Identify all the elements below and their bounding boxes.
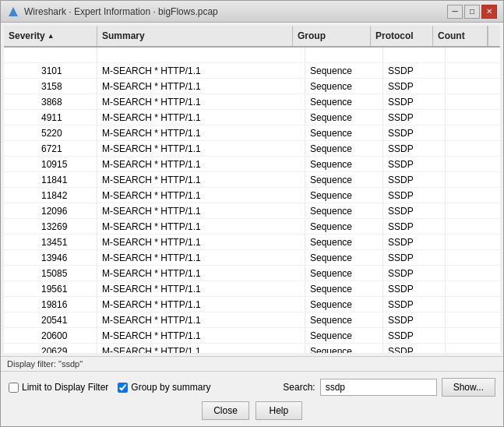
status-bar: Display filter: "ssdp" xyxy=(1,356,503,371)
cell-protocol: SSDP xyxy=(383,157,446,171)
cell-count xyxy=(446,344,500,353)
table-row[interactable]: 10915 M-SEARCH * HTTP/1.1 Sequence SSDP xyxy=(4,157,500,172)
search-input[interactable] xyxy=(320,379,437,396)
cell-summary: M-SEARCH * HTTP/1.1 xyxy=(97,312,305,327)
row-number: 3868 xyxy=(23,97,62,108)
table-row[interactable]: 3868 M-SEARCH * HTTP/1.1 Sequence SSDP xyxy=(4,94,500,110)
bottom-buttons-row: Close Help xyxy=(9,401,495,420)
limit-filter-checkbox[interactable] xyxy=(9,383,19,393)
limit-filter-label[interactable]: Limit to Display Filter xyxy=(9,382,108,393)
filter-status: Display filter: "ssdp" xyxy=(7,359,83,369)
column-header-group[interactable]: Group xyxy=(293,26,371,46)
cell-count xyxy=(446,250,500,265)
cell-group: Sequence xyxy=(305,266,383,281)
cell-severity: 15085 xyxy=(4,266,97,281)
cell-protocol: SSDP xyxy=(383,250,446,265)
cell-protocol: SSDP xyxy=(383,219,446,234)
cell-count xyxy=(446,328,500,343)
close-button[interactable]: Close xyxy=(202,401,249,420)
cell-protocol: SSDP xyxy=(383,312,446,327)
window-title: Wireshark · Expert Information · bigFlow… xyxy=(24,6,218,17)
cell-protocol: SSDP xyxy=(383,203,446,218)
group-summary-checkbox[interactable] xyxy=(118,383,128,393)
cell-group: Sequence xyxy=(305,110,383,125)
table-body[interactable]: ▼Chat M-SEARCH * HTTP/1.1\r\n Sequence S… xyxy=(4,48,500,353)
cell-group: Sequence xyxy=(305,48,383,62)
cell-severity: 12096 xyxy=(4,203,97,218)
cell-count xyxy=(446,79,500,94)
table-row[interactable]: 6721 M-SEARCH * HTTP/1.1 Sequence SSDP xyxy=(4,141,500,157)
cell-summary: M-SEARCH * HTTP/1.1 xyxy=(97,328,305,343)
table-row[interactable]: ▼Chat M-SEARCH * HTTP/1.1\r\n Sequence S… xyxy=(4,48,500,63)
row-number: 12096 xyxy=(23,206,67,217)
row-number: 13451 xyxy=(23,237,67,248)
column-header-severity[interactable]: Severity ▲ xyxy=(4,26,97,46)
cell-protocol: SSDP xyxy=(383,63,446,78)
table-row[interactable]: 3158 M-SEARCH * HTTP/1.1 Sequence SSDP xyxy=(4,79,500,94)
maximize-button[interactable]: □ xyxy=(464,5,480,19)
group-summary-label[interactable]: Group by summary xyxy=(118,382,210,393)
row-number: 3101 xyxy=(23,65,62,76)
search-group: Search: Show... xyxy=(283,378,495,397)
cell-summary: M-SEARCH * HTTP/1.1 xyxy=(97,235,305,249)
title-bar-left: Wireshark · Expert Information · bigFlow… xyxy=(7,5,218,18)
cell-summary: M-SEARCH * HTTP/1.1 xyxy=(97,125,305,140)
cell-count xyxy=(446,281,500,296)
cell-group: Sequence xyxy=(305,94,383,109)
cell-group: Sequence xyxy=(305,172,383,187)
cell-severity: 13946 xyxy=(4,250,97,265)
table-row[interactable]: 19561 M-SEARCH * HTTP/1.1 Sequence SSDP xyxy=(4,281,500,297)
row-number: 11842 xyxy=(23,190,67,201)
minimize-button[interactable]: ─ xyxy=(447,5,463,19)
cell-count xyxy=(446,63,500,78)
search-label: Search: xyxy=(283,382,315,393)
cell-group: Sequence xyxy=(305,141,383,156)
main-window: Wireshark · Expert Information · bigFlow… xyxy=(0,0,504,427)
expand-icon: ▼ xyxy=(7,51,15,59)
table-row[interactable]: 12096 M-SEARCH * HTTP/1.1 Sequence SSDP xyxy=(4,203,500,219)
cell-severity: 20600 xyxy=(4,328,97,343)
show-button[interactable]: Show... xyxy=(442,378,495,397)
cell-protocol: SSDP xyxy=(383,188,446,203)
table-row[interactable]: 15085 M-SEARCH * HTTP/1.1 Sequence SSDP xyxy=(4,266,500,281)
cell-group: Sequence xyxy=(305,125,383,140)
table-row[interactable]: 11842 M-SEARCH * HTTP/1.1 Sequence SSDP xyxy=(4,188,500,203)
cell-group: Sequence xyxy=(305,157,383,171)
close-window-button[interactable]: ✕ xyxy=(481,5,497,19)
table-row[interactable]: 13269 M-SEARCH * HTTP/1.1 Sequence SSDP xyxy=(4,219,500,235)
row-number: 15085 xyxy=(23,268,67,279)
table-row[interactable]: 5220 M-SEARCH * HTTP/1.1 Sequence SSDP xyxy=(4,125,500,141)
cell-group: Sequence xyxy=(305,344,383,353)
cell-protocol: SSDP xyxy=(383,94,446,109)
cell-severity: ▼Chat xyxy=(4,48,97,62)
column-header-count[interactable]: Count xyxy=(433,26,488,46)
table-row[interactable]: 20629 M-SEARCH * HTTP/1.1 Sequence SSDP xyxy=(4,344,500,353)
help-button[interactable]: Help xyxy=(256,401,302,420)
table-row[interactable]: 19816 M-SEARCH * HTTP/1.1 Sequence SSDP xyxy=(4,297,500,312)
table-row[interactable]: 20541 M-SEARCH * HTTP/1.1 Sequence SSDP xyxy=(4,312,500,328)
cell-summary: M-SEARCH * HTTP/1.1 xyxy=(97,250,305,265)
table-row[interactable]: 11841 M-SEARCH * HTTP/1.1 Sequence SSDP xyxy=(4,172,500,188)
cell-count xyxy=(446,235,500,249)
table-row[interactable]: 13451 M-SEARCH * HTTP/1.1 Sequence SSDP xyxy=(4,235,500,250)
cell-severity: 4911 xyxy=(4,110,97,125)
cell-summary: M-SEARCH * HTTP/1.1 xyxy=(97,344,305,353)
cell-summary: M-SEARCH * HTTP/1.1 xyxy=(97,219,305,234)
table-row[interactable]: 13946 M-SEARCH * HTTP/1.1 Sequence SSDP xyxy=(4,250,500,266)
table-row[interactable]: 3101 M-SEARCH * HTTP/1.1 Sequence SSDP xyxy=(4,63,500,79)
svg-marker-0 xyxy=(9,7,18,16)
column-header-protocol[interactable]: Protocol xyxy=(371,26,433,46)
cell-count xyxy=(446,125,500,140)
cell-count xyxy=(446,188,500,203)
cell-protocol: SSDP xyxy=(383,48,446,62)
table-row[interactable]: 20600 M-SEARCH * HTTP/1.1 Sequence SSDP xyxy=(4,328,500,344)
cell-severity: 6721 xyxy=(4,141,97,156)
cell-severity: 20629 xyxy=(4,344,97,353)
row-number: 3158 xyxy=(23,81,62,92)
cell-summary: M-SEARCH * HTTP/1.1 xyxy=(97,141,305,156)
app-icon xyxy=(7,5,19,18)
table-row[interactable]: 4911 M-SEARCH * HTTP/1.1 Sequence SSDP xyxy=(4,110,500,125)
cell-protocol: SSDP xyxy=(383,110,446,125)
cell-severity: 3101 xyxy=(4,63,97,78)
column-header-summary[interactable]: Summary xyxy=(97,26,293,46)
